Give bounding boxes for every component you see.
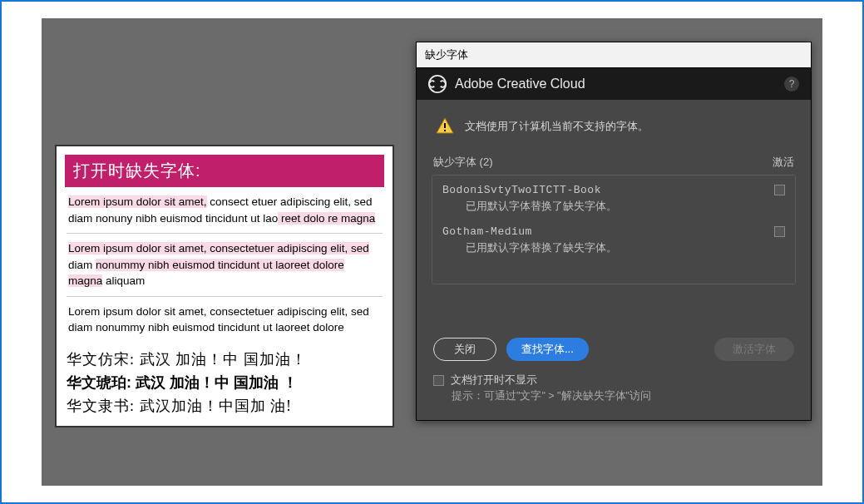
font-status: 已用默认字体替换了缺失字体。 [442, 238, 785, 255]
activate-checkbox[interactable] [774, 226, 785, 237]
font-list-header: 缺少字体 (2) 激活 [432, 151, 796, 175]
paragraph-1: Lorem ipsum dolor sit amet, consect etue… [67, 194, 383, 234]
font-list: BodoniSvtyTwoITCTT-Book 已用默认字体替换了缺失字体。 G… [432, 175, 796, 284]
font-item: BodoniSvtyTwoITCTT-Book 已用默认字体替换了缺失字体。 [442, 184, 785, 214]
warning-text: 文档使用了计算机当前不支持的字体。 [465, 119, 649, 134]
creative-cloud-label: Adobe Creative Cloud [455, 77, 784, 91]
svg-rect-2 [444, 130, 446, 131]
activate-fonts-button: 激活字体 [714, 338, 794, 361]
warning-row: 文档使用了计算机当前不支持的字体。 [432, 111, 796, 151]
svg-rect-1 [444, 123, 446, 128]
chinese-line-3: 华文隶书: 武汉加油！中国加 油! [67, 396, 383, 416]
dialog-title: 缺少字体 [417, 42, 811, 68]
chinese-line-1: 华文仿宋: 武汉 加油！中 国加油！ [67, 349, 383, 369]
find-fonts-button[interactable]: 查找字体... [506, 338, 589, 361]
document-preview: 打开时缺失字体: Lorem ipsum dolor sit amet, con… [55, 145, 394, 427]
dialog-body: 文档使用了计算机当前不支持的字体。 缺少字体 (2) 激活 BodoniSvty… [417, 100, 811, 420]
missing-fonts-label: 缺少字体 (2) [433, 155, 493, 170]
help-icon[interactable]: ? [784, 77, 799, 91]
activate-column-label: 激活 [773, 155, 794, 170]
chinese-line-2: 华文琥珀: 武汉 加油！中 国加油 ！ [67, 373, 383, 393]
document-title-bar: 打开时缺失字体: [65, 155, 384, 187]
dont-show-checkbox[interactable] [433, 375, 444, 386]
close-button[interactable]: 关闭 [433, 338, 496, 361]
warning-icon [435, 116, 455, 136]
font-name: BodoniSvtyTwoITCTT-Book [442, 184, 601, 196]
svg-point-0 [429, 76, 446, 92]
button-row: 关闭 查找字体... 激活字体 [432, 334, 796, 369]
paragraph-3: Lorem ipsum dolor sit amet, consectetuer… [67, 304, 383, 343]
font-status: 已用默认字体替换了缺失字体。 [442, 196, 785, 214]
footer-hint: 提示：可通过"文字" > "解决缺失字体"访问 [433, 388, 794, 403]
missing-fonts-dialog: 缺少字体 Adobe Creative Cloud ? 文档使用了计算机当前不支… [416, 42, 812, 421]
font-item: Gotham-Medium 已用默认字体替换了缺失字体。 [442, 225, 785, 255]
paragraph-2: Lorem ipsum dolor sit amet, consectetuer… [67, 240, 383, 297]
dialog-footer: 文档打开时不显示 提示：可通过"文字" > "解决缺失字体"访问 [432, 369, 796, 408]
dont-show-label: 文档打开时不显示 [451, 373, 537, 388]
activate-checkbox[interactable] [774, 185, 785, 195]
font-name: Gotham-Medium [442, 225, 532, 238]
creative-cloud-bar: Adobe Creative Cloud ? [417, 68, 811, 100]
app-workspace: 打开时缺失字体: Lorem ipsum dolor sit amet, con… [42, 18, 822, 486]
creative-cloud-icon [428, 75, 447, 93]
